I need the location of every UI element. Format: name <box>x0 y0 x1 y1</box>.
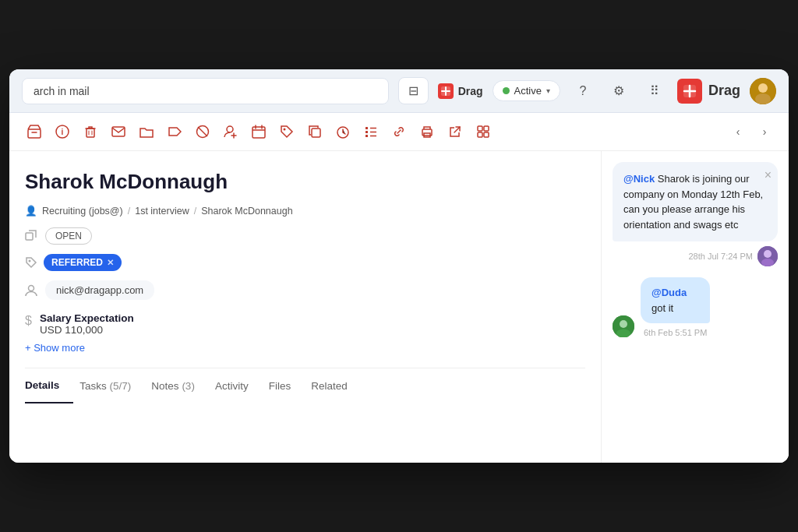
label-icon[interactable] <box>162 119 187 144</box>
tab-files-label: Files <box>269 380 291 392</box>
chat-bubble-nick: @Nick Sharok is joining our company on M… <box>613 162 778 241</box>
tag-labels-icon <box>25 256 37 269</box>
help-button[interactable]: ? <box>570 78 596 104</box>
svg-rect-19 <box>365 135 368 137</box>
link-icon[interactable] <box>387 119 411 144</box>
chat-message-2: @Duda got it 6th Feb 5:51 PM <box>613 277 778 337</box>
tab-files[interactable]: Files <box>269 369 305 403</box>
settings-button[interactable]: ⚙ <box>606 78 632 104</box>
tab-tasks[interactable]: Tasks (5/7) <box>79 369 145 403</box>
breadcrumb-sep2: / <box>194 206 196 217</box>
clock-icon[interactable] <box>330 119 355 144</box>
svg-point-36 <box>620 320 627 328</box>
breadcrumb-contact[interactable]: Sharok McDonnaugh <box>201 206 292 217</box>
tab-details[interactable]: Details <box>25 368 73 403</box>
tab-notes-count: (3) <box>182 380 195 392</box>
toolbar: i <box>9 113 789 151</box>
svg-rect-9 <box>112 127 125 136</box>
svg-point-34 <box>761 259 774 266</box>
svg-rect-26 <box>484 126 489 131</box>
tag-icon[interactable] <box>274 119 299 144</box>
breadcrumb-icon: 👤 <box>25 205 37 217</box>
status-row: OPEN <box>25 227 585 245</box>
status-chip[interactable]: OPEN <box>45 227 92 245</box>
folder-icon[interactable] <box>134 119 159 144</box>
chat-mention-nick: @Nick <box>623 173 655 185</box>
tab-details-label: Details <box>25 379 59 391</box>
chat-time-1-text: 28th Jul 7:24 PM <box>688 252 753 261</box>
svg-rect-8 <box>87 129 94 137</box>
tab-tasks-count: (5/7) <box>110 380 132 392</box>
toolbar-nav: ‹ › <box>726 120 776 143</box>
chat-text-duda: got it <box>651 302 673 314</box>
tab-related[interactable]: Related <box>311 369 362 403</box>
svg-point-14 <box>284 129 286 131</box>
copy-icon[interactable] <box>302 119 327 144</box>
chevron-down-icon: ▾ <box>546 86 550 95</box>
active-status-badge[interactable]: Active ▾ <box>493 80 560 101</box>
tags-row: REFERRED ✕ <box>25 254 585 271</box>
chat-avatar-duda <box>613 315 634 337</box>
breadcrumb-board[interactable]: Recruiting (jobs@) <box>42 206 123 217</box>
drag-small-icon <box>438 83 454 99</box>
svg-point-30 <box>29 260 31 262</box>
svg-rect-29 <box>26 233 33 240</box>
person-icon <box>25 284 37 297</box>
breadcrumb: 👤 Recruiting (jobs@) / 1st interview / S… <box>25 205 585 217</box>
svg-line-11 <box>198 127 207 136</box>
salary-row: $ Salary Expectation USD 110,000 <box>25 312 585 336</box>
assign-icon[interactable] <box>218 119 243 144</box>
chat-message-1: @Nick Sharok is joining our company on M… <box>613 162 778 266</box>
tab-activity-label: Activity <box>215 380 249 392</box>
chat-duda-content: @Duda got it 6th Feb 5:51 PM <box>641 277 722 337</box>
tab-notes[interactable]: Notes (3) <box>151 369 209 403</box>
referred-tag[interactable]: REFERRED ✕ <box>44 254 122 271</box>
chat-time-2-text: 6th Feb 5:51 PM <box>644 328 707 337</box>
chat-mention-duda: @Duda <box>651 287 687 298</box>
search-area[interactable]: arch in mail <box>22 78 389 104</box>
grid-button[interactable]: ⠿ <box>641 78 668 104</box>
svg-rect-17 <box>365 127 368 129</box>
filter-button[interactable]: ⊟ <box>398 77 429 104</box>
calendar-icon[interactable] <box>246 119 271 144</box>
right-panel: @Nick Sharok is joining our company on M… <box>602 151 789 463</box>
print-icon[interactable] <box>415 119 440 144</box>
user-avatar[interactable] <box>750 78 776 104</box>
trash-icon[interactable] <box>78 119 103 144</box>
tag-icon <box>25 230 37 242</box>
tab-tasks-label: Tasks <box>79 380 107 392</box>
block-icon[interactable] <box>190 119 215 144</box>
next-button[interactable]: › <box>753 120 776 143</box>
chat-bubble-duda: @Duda got it <box>641 277 710 323</box>
drag-logo-text: Drag <box>708 83 740 99</box>
tab-activity[interactable]: Activity <box>215 369 263 403</box>
svg-rect-25 <box>478 126 482 131</box>
breadcrumb-sep1: / <box>128 206 130 217</box>
svg-rect-13 <box>252 127 265 138</box>
grid2-icon[interactable] <box>471 119 496 144</box>
prev-button[interactable]: ‹ <box>726 120 750 143</box>
list-icon[interactable] <box>358 119 383 144</box>
top-bar: arch in mail ⊟ Drag Active ▾ ? ⚙ ⠿ <box>9 69 789 113</box>
breadcrumb-stage[interactable]: 1st interview <box>135 206 189 217</box>
svg-rect-27 <box>478 132 482 137</box>
svg-point-31 <box>29 285 34 291</box>
info-icon[interactable]: i <box>50 119 75 144</box>
close-chat-button[interactable]: × <box>764 168 772 182</box>
inbox-icon[interactable] <box>22 119 47 144</box>
show-more-button[interactable]: + Show more <box>25 342 585 354</box>
svg-rect-28 <box>484 132 489 137</box>
chat-time-1: 28th Jul 7:24 PM <box>613 246 778 266</box>
mail-icon[interactable] <box>106 119 131 144</box>
active-label: Active <box>514 85 542 97</box>
tag-close-icon[interactable]: ✕ <box>107 258 114 268</box>
email-chip[interactable]: nick@dragapp.com <box>45 280 154 300</box>
drag-brand-small: Drag <box>438 83 483 99</box>
active-dot <box>503 87 510 94</box>
export-icon[interactable] <box>443 119 468 144</box>
svg-point-37 <box>616 329 630 338</box>
contact-name: Sharok McDonnaugh <box>25 170 585 194</box>
tabs-row: Details Tasks (5/7) Notes (3) Activity F… <box>25 368 585 403</box>
tab-related-label: Related <box>311 380 348 392</box>
search-text: arch in mail <box>34 85 90 97</box>
